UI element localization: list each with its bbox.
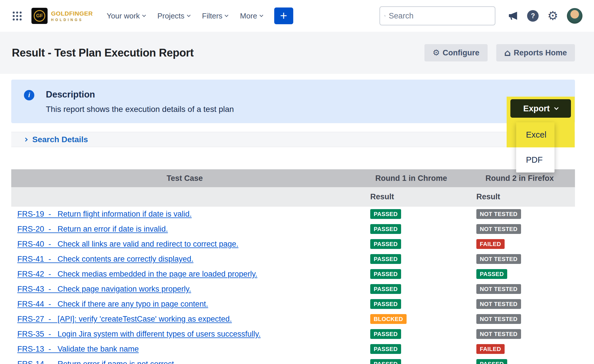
test-case-link[interactable]: FRS-19 - Return flight information if da…	[17, 210, 192, 218]
result-cell: NOT TESTED	[464, 284, 575, 294]
result-cell: PASSED	[358, 359, 464, 364]
test-case-cell: FRS-44 - Check if there are any typo in …	[11, 300, 358, 309]
result-cell: PASSED	[358, 209, 464, 219]
nav-more[interactable]: More	[238, 9, 265, 23]
brand-logo[interactable]: GF GOLDFINGER HOLDINGS	[31, 8, 93, 24]
configure-button[interactable]: ⚙ Configure	[424, 44, 488, 61]
result-cell: PASSED	[358, 224, 464, 234]
table-row: FRS-19 - Return flight information if da…	[11, 207, 575, 222]
test-case-cell: FRS-35 - Login Jira system with differen…	[11, 330, 358, 339]
chevron-down-icon	[187, 13, 191, 17]
grid-icon	[13, 12, 22, 20]
status-badge: PASSED	[370, 284, 401, 294]
test-case-cell: FRS-42 - Check medias embedded in the pa…	[11, 270, 358, 279]
status-badge: PASSED	[370, 239, 401, 249]
gear-icon: ⚙	[433, 49, 440, 57]
app-switcher-icon[interactable]	[10, 9, 24, 23]
test-case-link[interactable]: FRS-20 - Return an error if date is inva…	[17, 225, 168, 233]
nav-projects[interactable]: Projects	[155, 9, 192, 23]
nav-projects-label: Projects	[157, 12, 185, 20]
test-case-link[interactable]: FRS-40 - Check all links are valid and r…	[17, 240, 238, 248]
test-case-link[interactable]: FRS-35 - Login Jira system with differen…	[17, 330, 261, 338]
result-cell: PASSED	[358, 329, 464, 339]
result-cell: PASSED	[358, 344, 464, 354]
global-search[interactable]	[379, 6, 495, 25]
description-body: This report shows the execution details …	[46, 105, 234, 114]
result-cell: NOT TESTED	[464, 254, 575, 264]
table-row: FRS-41 - Check contents are correctly di…	[11, 252, 575, 267]
search-input[interactable]	[389, 12, 491, 20]
status-badge: BLOCKED	[370, 314, 407, 324]
header-actions: ⚙ Configure ⌂ Reports Home	[424, 44, 575, 61]
status-badge: FAILED	[476, 239, 505, 249]
result-cell: PASSED	[358, 239, 464, 249]
search-details-label: Search Details	[32, 135, 88, 144]
column-round1: Round 1 in Chrome	[358, 174, 464, 183]
user-avatar[interactable]	[567, 8, 582, 24]
status-badge: PASSED	[370, 299, 401, 309]
table-row: FRS-40 - Check all links are valid and r…	[11, 237, 575, 252]
test-case-link[interactable]: FRS-41 - Check contents are correctly di…	[17, 255, 193, 263]
test-case-link[interactable]: FRS-43 - Check page navigation works pro…	[17, 285, 191, 293]
subheader-result-round2: Result	[464, 192, 575, 201]
nav-filters[interactable]: Filters	[200, 9, 230, 23]
page-title: Result - Test Plan Execution Report	[12, 47, 424, 59]
status-badge: PASSED	[370, 344, 401, 354]
test-case-link[interactable]: FRS-42 - Check medias embedded in the pa…	[17, 270, 257, 278]
subheader-result-round1: Result	[358, 192, 464, 201]
announcements-button[interactable]	[507, 10, 518, 21]
result-cell: PASSED	[464, 269, 575, 279]
description-panel: i Description This report shows the exec…	[11, 80, 575, 123]
search-icon	[384, 12, 386, 20]
nav-your-work-label: Your work	[107, 12, 140, 20]
table-row: FRS-14 - Return error if name is not cor…	[11, 357, 575, 364]
export-label: Export	[523, 104, 550, 113]
export-dropdown: Excel PDF	[516, 122, 554, 172]
chevron-down-icon	[225, 13, 228, 17]
search-details-toggle[interactable]: Search Details	[11, 132, 575, 147]
result-cell: NOT TESTED	[464, 209, 575, 219]
logo-subtitle: HOLDINGS	[51, 18, 93, 22]
chevron-down-icon	[260, 13, 263, 17]
megaphone-icon	[507, 10, 518, 21]
test-case-cell: FRS-20 - Return an error if date is inva…	[11, 225, 358, 234]
help-icon: ?	[527, 10, 539, 22]
test-case-link[interactable]: FRS-14 - Return error if name is not cor…	[17, 360, 174, 364]
plus-icon: +	[280, 10, 287, 22]
test-case-link[interactable]: FRS-27 - [API]: verify 'createTestCase' …	[17, 315, 232, 323]
goldfinger-logo-icon: GF	[31, 8, 48, 24]
reports-home-button[interactable]: ⌂ Reports Home	[496, 44, 575, 61]
test-case-cell: FRS-43 - Check page navigation works pro…	[11, 285, 358, 294]
create-button[interactable]: +	[274, 7, 293, 24]
status-badge: PASSED	[370, 359, 401, 364]
top-navigation: GF GOLDFINGER HOLDINGS Your work Project…	[0, 0, 594, 32]
result-cell: FAILED	[464, 239, 575, 249]
status-badge: PASSED	[476, 269, 507, 279]
settings-button[interactable]: ⚙	[547, 10, 558, 22]
table-row: FRS-35 - Login Jira system with differen…	[11, 327, 575, 342]
execution-report-table: Test Case Round 1 in Chrome Round 2 in F…	[11, 169, 575, 364]
export-option-excel[interactable]: Excel	[516, 122, 554, 147]
status-badge: NOT TESTED	[476, 284, 521, 294]
status-badge: PASSED	[476, 359, 507, 364]
status-badge: FAILED	[476, 344, 505, 354]
nav-icon-group: ? ⚙	[507, 8, 582, 24]
result-cell: FAILED	[464, 344, 575, 354]
test-case-link[interactable]: FRS-44 - Check if there are any typo in …	[17, 300, 208, 308]
chevron-right-icon	[24, 137, 28, 141]
status-badge: NOT TESTED	[476, 209, 521, 219]
page-header: Result - Test Plan Execution Report ⚙ Co…	[0, 32, 594, 74]
status-badge: PASSED	[370, 329, 401, 339]
result-cell: NOT TESTED	[464, 314, 575, 324]
export-option-pdf[interactable]: PDF	[516, 147, 554, 172]
table-row: FRS-44 - Check if there are any typo in …	[11, 297, 575, 312]
table-row: FRS-43 - Check page navigation works pro…	[11, 282, 575, 297]
logo-name: GOLDFINGER	[51, 10, 93, 17]
test-case-cell: FRS-27 - [API]: verify 'createTestCase' …	[11, 315, 358, 324]
nav-your-work[interactable]: Your work	[104, 9, 148, 23]
export-button[interactable]: Export	[510, 99, 571, 118]
test-case-cell: FRS-19 - Return flight information if da…	[11, 210, 358, 219]
status-badge: NOT TESTED	[476, 299, 521, 309]
help-button[interactable]: ?	[527, 10, 539, 22]
test-case-link[interactable]: FRS-13 - Validate the bank name	[17, 345, 139, 353]
